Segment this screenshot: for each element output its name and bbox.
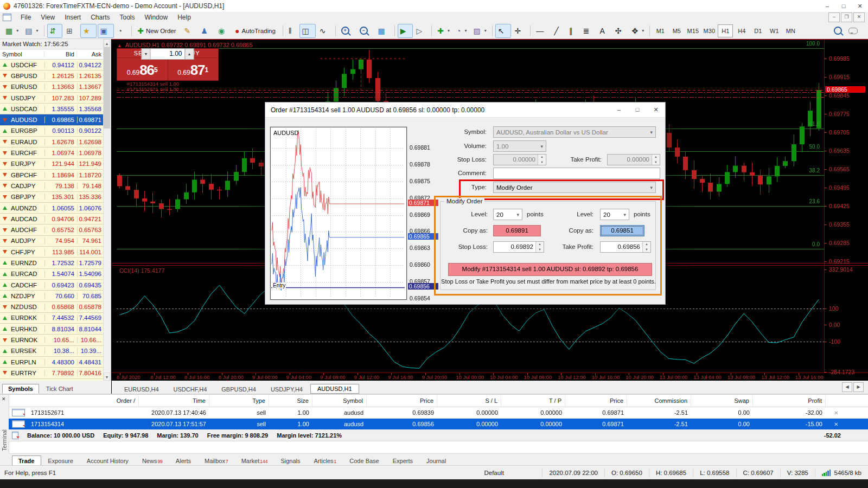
market-watch-row[interactable]: GBPUSD 1.26125 1.26135 — [0, 70, 111, 81]
sep-2[interactable] — [131, 25, 132, 36]
cursor-button[interactable]: ↖ — [495, 24, 511, 38]
volume-down-icon[interactable]: ▼ — [142, 48, 151, 60]
chart-shift-button[interactable]: ▷ — [414, 24, 429, 38]
zoom-out-button[interactable]: − — [357, 24, 374, 38]
timeframe-button[interactable]: M5 — [669, 24, 684, 37]
mdi-minimize-button[interactable]: – — [828, 12, 840, 22]
status-profile[interactable]: Default — [477, 468, 542, 478]
market-watch-row[interactable]: EURHKD 8.81034 8.81044 — [0, 324, 111, 335]
menu-item[interactable]: View — [36, 12, 60, 23]
tab-scroll-left-icon[interactable]: ◀ — [842, 382, 852, 392]
dialog-maximize-button[interactable]: □ — [628, 102, 647, 117]
data-window-toggle[interactable]: ⊞ — [63, 24, 79, 38]
terminal-tab[interactable]: Experts — [386, 455, 420, 466]
market-watch-row[interactable]: EURGBP 0.90113 0.90122 — [0, 126, 111, 137]
market-watch-row[interactable]: EURTRY 7.79892 7.80416 — [0, 368, 111, 378]
timeframe-button[interactable]: M1 — [653, 24, 668, 37]
market-watch-row[interactable]: EURNZD 1.72532 1.72579 — [0, 258, 111, 268]
orders-column-header[interactable]: S / L — [437, 395, 501, 407]
terminal-tab[interactable]: Journal — [420, 455, 453, 466]
terminal-tab[interactable]: Articles1 — [308, 455, 343, 466]
sl-level-select[interactable]: 20▾ — [493, 209, 522, 220]
market-watch-row[interactable]: AUDNZD 1.06055 1.06076 — [0, 203, 111, 214]
terminal-toggle[interactable]: ▣ — [98, 24, 114, 38]
mdi-close-button[interactable]: ✕ — [853, 12, 865, 22]
sep-9[interactable] — [649, 25, 650, 36]
market-watch-row[interactable]: CADJPY 79.138 79.148 — [0, 181, 111, 191]
timeframe-button[interactable]: W1 — [767, 24, 782, 37]
menu-item[interactable]: Charts — [86, 12, 114, 23]
market-watch-row[interactable]: EURCAD 1.54074 1.54096 — [0, 269, 111, 280]
order-row[interactable]: 1713154314 2020.07.13 17:51:57 sell 1.00… — [9, 419, 868, 430]
market-watch-row[interactable]: AUDJPY 74.954 74.961 — [0, 236, 111, 247]
equidistant-channel-button[interactable]: ∥ — [566, 24, 579, 38]
bar-chart-mode-button[interactable]: ‖ — [286, 24, 298, 38]
line-chart-mode-button[interactable]: ∿ — [317, 24, 333, 38]
symbol-select[interactable]: AUDUSD, Australian Dollar vs US Dollar▾ — [493, 126, 656, 138]
candlestick-mode-button[interactable]: ◫ — [299, 24, 316, 38]
market-watch-row[interactable]: USDCHF 0.94112 0.94122 — [0, 60, 111, 70]
auto-scroll-button[interactable]: ▶ — [398, 24, 413, 38]
text-button[interactable]: A — [597, 24, 611, 38]
search-button[interactable] — [831, 24, 845, 38]
menu-item[interactable]: Tools — [115, 12, 140, 23]
type-select[interactable]: Modify Order▾ — [493, 182, 656, 193]
orders-column-header[interactable]: Swap — [691, 395, 753, 407]
market-watch-row[interactable]: GBPJPY 135.301 135.336 — [0, 192, 111, 203]
terminal-tab[interactable]: News99 — [136, 455, 169, 466]
market-watch-row[interactable]: AUDCAD 0.94706 0.94721 — [0, 214, 111, 224]
orders-column-header[interactable]: Profit — [753, 395, 826, 407]
copy-as-buy-button[interactable]: 0.69851 — [600, 225, 644, 236]
terminal-tab[interactable]: Market144 — [235, 455, 275, 466]
market-watch-row[interactable]: EURCHF 1.06974 1.06978 — [0, 147, 111, 158]
timeframe-button[interactable]: M15 — [685, 24, 700, 37]
chart-window-icon[interactable] — [3, 14, 11, 21]
market-watch-row[interactable]: USDCAD 1.35555 1.35568 — [0, 104, 111, 114]
sep-3[interactable] — [283, 25, 283, 36]
market-watch-toggle[interactable]: ⇵ — [47, 24, 63, 38]
chart-tab[interactable]: AUDUSD,H1 — [310, 384, 359, 394]
comment-input[interactable] — [493, 168, 660, 179]
timeframe-button[interactable]: M30 — [701, 24, 717, 37]
menu-item[interactable]: File — [16, 12, 36, 23]
periods-button[interactable]: ◔▾ — [454, 24, 469, 38]
volume-value[interactable]: 1.00 — [151, 48, 185, 60]
horizontal-line-button[interactable]: — — [533, 24, 550, 38]
chart-tab[interactable]: GBPUSD,H4 — [214, 384, 263, 394]
scroll-down-icon[interactable]: ▼ — [104, 373, 110, 381]
new-chart-button[interactable]: ▦▾ — [3, 24, 21, 38]
orders-column-header[interactable]: Symbol — [312, 395, 367, 407]
orders-column-header[interactable]: Time — [139, 395, 209, 407]
terminal-tab[interactable]: Exposure — [41, 455, 80, 466]
terminal-close-icon[interactable]: ✕ — [2, 396, 6, 402]
terminal-tab[interactable]: Trade — [12, 455, 41, 466]
new-order-button[interactable]: ✚New Order — [135, 24, 180, 38]
scrollbar-thumb[interactable] — [104, 47, 110, 129]
orders-column-header[interactable]: Type — [209, 395, 269, 407]
orders-column-header[interactable]: Price — [367, 395, 437, 407]
timeframe-button[interactable]: D1 — [750, 24, 765, 37]
sep-6[interactable] — [431, 25, 432, 36]
chart-tab[interactable]: USDJPY,H4 — [264, 384, 310, 394]
fibonacci-button[interactable]: ≣ — [580, 24, 596, 38]
metaeditor-button[interactable]: ✎ — [182, 24, 197, 38]
autotrading-button[interactable]: ●AutoTrading — [232, 24, 280, 38]
order-row[interactable]: 1713152671 2020.07.13 17:40:46 sell 1.00… — [9, 407, 868, 419]
volume-up-icon[interactable]: ▲ — [185, 48, 194, 60]
close-button[interactable]: ✕ — [852, 1, 868, 12]
market-watch-row[interactable]: EURAUD 1.62678 1.62698 — [0, 137, 111, 147]
column-ask[interactable]: Ask — [77, 51, 104, 57]
broadcast-button[interactable]: ◉ — [215, 24, 231, 38]
chart-tab[interactable]: EURUSD,H4 — [117, 384, 166, 394]
shapes-button[interactable]: ✥▾ — [629, 24, 647, 38]
orders-column-header[interactable]: Order / — [9, 395, 139, 407]
market-watch-row[interactable]: AUDUSD 0.69865 0.69871 — [0, 114, 111, 125]
take-profit-input[interactable]: 0.00000 ▲▼ — [607, 154, 660, 165]
timeframe-button[interactable]: H1 — [718, 24, 733, 37]
modify-order-button[interactable]: Modify #1713154314 sell 1.00 AUDUSD sl: … — [448, 263, 652, 276]
profiles-button[interactable]: ▤▾ — [22, 24, 41, 38]
timeframe-button[interactable]: MN — [783, 24, 798, 37]
terminal-tab[interactable]: Alerts — [169, 455, 198, 466]
market-watch-row[interactable]: NZDUSD 0.65868 0.65878 — [0, 302, 111, 313]
column-symbol[interactable]: Symbol — [0, 51, 44, 57]
